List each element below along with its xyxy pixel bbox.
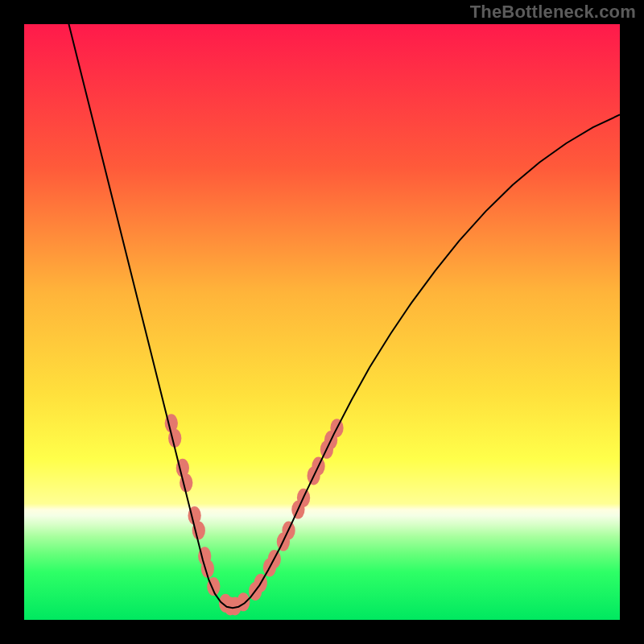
highlight-dot	[237, 592, 250, 611]
chart-frame: TheBottleneck.com	[0, 0, 644, 644]
watermark-label: TheBottleneck.com	[470, 2, 636, 23]
bottleneck-curve	[66, 24, 620, 608]
plot-area	[24, 24, 620, 620]
curve-layer	[24, 24, 620, 620]
